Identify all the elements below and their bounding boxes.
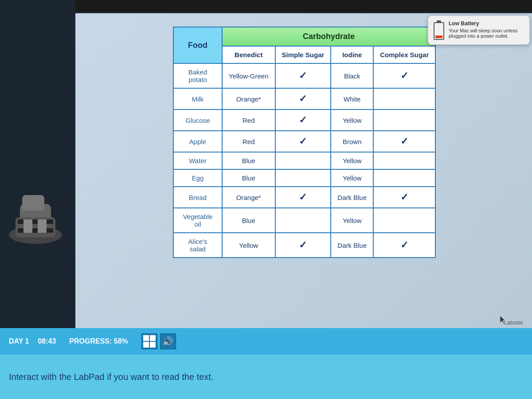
food-cell: Alice's salad [173, 233, 222, 258]
carbohydrate-table: Food Carbohydrate Benedict Simple Sugar … [173, 27, 436, 258]
iodine-cell: Black [331, 63, 373, 88]
complex-sugar-cell [373, 110, 435, 131]
iodine-cell: Brown [331, 131, 373, 152]
subheader-simple-sugar: Simple Sugar [275, 46, 331, 63]
complex-sugar-cell: ✓ [373, 187, 435, 208]
simple-sugar-cell: ✓ [275, 131, 331, 152]
benedict-cell: Orange* [222, 88, 275, 110]
benedict-cell: Blue [222, 152, 275, 169]
table-row: Alice's saladYellow✓Dark Blue✓ [173, 233, 435, 258]
table-row: WaterBlueYellow [173, 152, 435, 169]
icon-group[interactable]: 🔊 [141, 333, 176, 349]
iodine-cell: White [331, 88, 373, 110]
food-cell: Egg [173, 169, 222, 187]
day-info: DAY 1 08:43 [9, 337, 56, 345]
complex-sugar-cell [373, 152, 435, 169]
svg-rect-6 [23, 219, 32, 233]
main-content: Food Carbohydrate Benedict Simple Sugar … [75, 13, 532, 328]
simple-sugar-cell [275, 208, 331, 233]
battery-icon [434, 22, 444, 40]
subheader-complex-sugar: Complex Sugar [373, 46, 435, 63]
day-label: DAY 1 [9, 337, 29, 345]
food-cell: Bread [173, 187, 222, 208]
benedict-cell: Yellow [222, 233, 275, 258]
iodine-cell: Yellow [331, 169, 373, 187]
benedict-cell: Orange* [222, 187, 275, 208]
shoe-object [7, 177, 64, 248]
complex-sugar-cell: ✓ [373, 63, 435, 88]
subheader-benedict: Benedict [222, 46, 275, 63]
notification-message: Your Mac will sleep soon unless plugged … [449, 28, 524, 39]
time-label: 08:43 [38, 337, 56, 345]
simple-sugar-cell [275, 169, 331, 187]
top-bar [0, 0, 532, 12]
food-cell: Baked potato [173, 63, 222, 88]
table-row: Vegetable oilBlueYellow [173, 208, 435, 233]
svg-rect-4 [18, 228, 53, 233]
table-row: BreadOrange*✓Dark Blue✓ [173, 187, 435, 208]
food-cell: Apple [173, 131, 222, 152]
iodine-cell: Dark Blue [331, 187, 373, 208]
table-row: Baked potatoYellow-Green✓Black✓ [173, 63, 435, 88]
table-row: GlucoseRed✓Yellow [173, 110, 435, 131]
food-cell: Vegetable oil [173, 208, 222, 233]
sound-icon[interactable]: 🔊 [160, 333, 176, 349]
notification-title: Low Battery [449, 20, 524, 27]
table-row: MilkOrange*✓White [173, 88, 435, 110]
simple-sugar-cell: ✓ [275, 88, 331, 110]
complex-sugar-cell: ✓ [373, 233, 435, 258]
low-battery-notification: Low Battery Your Mac will sleep soon unl… [428, 16, 530, 45]
table-wrapper: Food Carbohydrate Benedict Simple Sugar … [173, 27, 436, 258]
svg-rect-7 [38, 219, 47, 233]
benedict-cell: Red [222, 110, 275, 131]
subheader-iodine: Iodine [331, 46, 373, 63]
simple-sugar-cell [275, 152, 331, 169]
iodine-cell: Yellow [331, 208, 373, 233]
bottom-strip: DAY 1 08:43 PROGRESS: 58% 🔊 [0, 328, 532, 355]
food-cell: Water [173, 152, 222, 169]
benedict-cell: Red [222, 131, 275, 152]
header-carbohydrate: Carbohydrate [222, 27, 435, 46]
grid-icon[interactable] [141, 333, 157, 349]
benedict-cell: Blue [222, 208, 275, 233]
progress-section: PROGRESS: 58% [69, 337, 128, 345]
food-cell: Milk [173, 88, 222, 110]
table-row: EggBlueYellow [173, 169, 435, 187]
iodine-cell: Dark Blue [331, 233, 373, 258]
complex-sugar-cell [373, 88, 435, 110]
svg-rect-3 [18, 219, 53, 224]
bottom-bar: DAY 1 08:43 PROGRESS: 58% 🔊 Interact wit… [0, 328, 532, 399]
iodine-cell: Yellow [331, 152, 373, 169]
benedict-cell: Blue [222, 169, 275, 187]
progress-value: 58% [114, 337, 128, 345]
simple-sugar-cell: ✓ [275, 233, 331, 258]
bottom-text-area: Interact with the LabPad if you want to … [0, 355, 532, 399]
iodine-cell: Yellow [331, 110, 373, 131]
complex-sugar-cell: ✓ [373, 131, 435, 152]
labster-brand: Labster [504, 319, 523, 326]
food-cell: Glucose [173, 110, 222, 131]
simple-sugar-cell: ✓ [275, 63, 331, 88]
benedict-cell: Yellow-Green [222, 63, 275, 88]
complex-sugar-cell [373, 208, 435, 233]
table-row: AppleRed✓Brown✓ [173, 131, 435, 152]
simple-sugar-cell: ✓ [275, 187, 331, 208]
header-food: Food [173, 27, 222, 63]
simple-sugar-cell: ✓ [275, 110, 331, 131]
svg-rect-5 [22, 195, 44, 211]
instruction-text: Interact with the LabPad if you want to … [9, 371, 213, 383]
progress-label: PROGRESS: [69, 337, 112, 345]
complex-sugar-cell [373, 169, 435, 187]
